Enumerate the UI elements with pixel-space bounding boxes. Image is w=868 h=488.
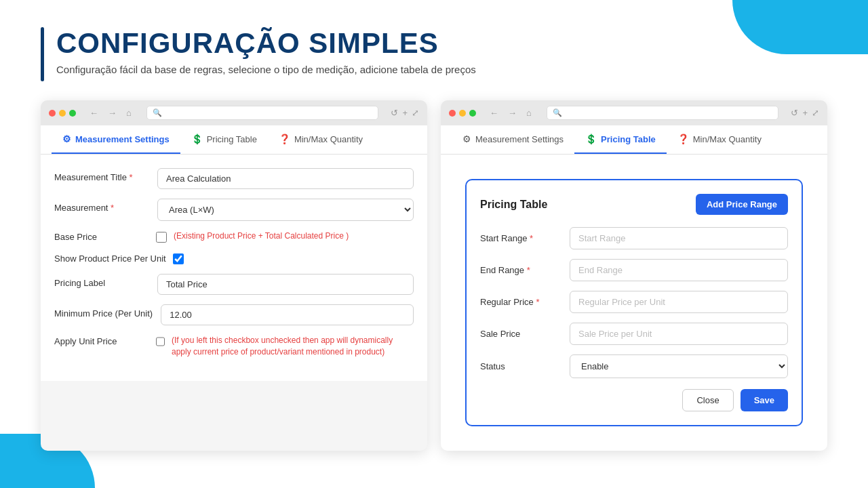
question-icon: ❓: [279, 134, 290, 144]
show-product-price-checkbox[interactable]: [173, 253, 184, 264]
pricing-label-label: Pricing Label: [54, 274, 149, 288]
left-browser-nav: ← → ⌂: [87, 106, 134, 119]
pricing-icon-r: 💲: [585, 134, 597, 144]
end-range-label: End Range *: [480, 265, 561, 275]
header-text: CONFIGURAÇÃO SIMPLES Configuração fácil …: [56, 27, 476, 75]
pricing-panel-header: Pricing Table Add Price Range: [480, 194, 788, 215]
measurement-title-input[interactable]: [157, 168, 414, 189]
right-browser-search: 🔍: [547, 106, 779, 120]
end-range-row: End Range *: [480, 259, 788, 281]
apply-unit-price-row: Apply Unit Price (If you left this check…: [54, 335, 414, 358]
page-heading: CONFIGURAÇÃO SIMPLES: [56, 27, 476, 60]
pricing-label-input[interactable]: [157, 274, 414, 295]
right-tabs-bar: ⚙ Measurement Settings 💲 Pricing Table ❓…: [441, 125, 827, 155]
expand-icon[interactable]: ⤢: [412, 108, 419, 118]
tab-measurement-settings-right[interactable]: ⚙ Measurement Settings: [452, 125, 574, 154]
close-button[interactable]: Close: [682, 389, 733, 411]
forward-icon[interactable]: →: [105, 106, 119, 119]
left-panel-content: Measurement Title * Measurement * Area (…: [41, 155, 427, 381]
start-range-row: Start Range *: [480, 227, 788, 249]
required-star: *: [130, 172, 133, 182]
expand-icon-r[interactable]: ⤢: [812, 108, 819, 118]
left-tabs-bar: ⚙ Measurement Settings 💲 Pricing Table ❓…: [41, 125, 427, 155]
maximize-dot-r[interactable]: [469, 110, 476, 117]
right-browser-bar: ← → ⌂ 🔍 ↺ + ⤢: [441, 100, 827, 125]
apply-unit-price-label: Apply Unit Price: [54, 335, 149, 346]
plus-icon-r[interactable]: +: [802, 108, 808, 118]
measurement-title-label: Measurement Title *: [54, 168, 149, 182]
pricing-actions: Close Save: [480, 389, 788, 411]
home-icon[interactable]: ⌂: [123, 106, 134, 119]
required-star-2: *: [111, 203, 114, 213]
tab-label: Pricing Table: [207, 134, 257, 144]
left-browser-actions: ↺ + ⤢: [391, 108, 419, 118]
sale-price-label: Sale Price: [480, 329, 561, 339]
save-button[interactable]: Save: [741, 389, 788, 411]
accent-bar: [41, 27, 44, 81]
base-price-row: Base Price (Existing Product Price + Tot…: [54, 230, 414, 243]
right-panel-content: Pricing Table Add Price Range Start Rang…: [441, 155, 827, 451]
add-price-range-button[interactable]: Add Price Range: [696, 194, 788, 215]
close-dot[interactable]: [49, 110, 56, 117]
sale-price-input[interactable]: [570, 323, 788, 345]
pricing-panel: Pricing Table Add Price Range Start Rang…: [465, 179, 803, 426]
reload-icon[interactable]: ↺: [391, 108, 398, 118]
right-browser-window: ← → ⌂ 🔍 ↺ + ⤢ ⚙ Measurement Settings: [441, 100, 827, 451]
measurement-select[interactable]: Area (L×W) Length Width: [157, 199, 414, 221]
base-price-right: (Existing Product Price + Total Calculat…: [156, 230, 349, 243]
tab-minmax-left[interactable]: ❓ Min/Max Quantity: [268, 125, 374, 154]
right-browser-dots: [449, 110, 476, 117]
back-icon[interactable]: ←: [87, 106, 101, 119]
apply-unit-price-right: (If you left this checkbox unchecked the…: [156, 335, 414, 358]
minimum-price-label: Minimum Price (Per Unit): [54, 304, 153, 319]
tab-label: Pricing Table: [601, 134, 656, 144]
tab-label: Measurement Settings: [475, 134, 564, 144]
gear-icon-r: ⚙: [462, 134, 471, 144]
base-price-checkbox[interactable]: [156, 232, 167, 243]
search-icon: 🔍: [153, 108, 162, 117]
status-label: Status: [480, 361, 561, 371]
tab-minmax-right[interactable]: ❓ Min/Max Quantity: [667, 125, 772, 154]
apply-unit-price-desc: (If you left this checkbox unchecked the…: [172, 335, 414, 358]
left-browser-search: 🔍: [146, 106, 379, 120]
apply-unit-price-checkbox[interactable]: [156, 336, 165, 347]
reload-icon-r[interactable]: ↺: [791, 108, 798, 118]
show-product-price-right: [173, 252, 184, 264]
minimize-dot-r[interactable]: [459, 110, 466, 117]
search-icon-r: 🔍: [553, 108, 562, 117]
tab-pricing-table-right[interactable]: 💲 Pricing Table: [574, 125, 667, 154]
plus-icon[interactable]: +: [402, 108, 408, 118]
start-range-label: Start Range *: [480, 233, 561, 243]
pricing-label-row: Pricing Label: [54, 274, 414, 295]
left-browser-dots: [49, 110, 76, 117]
status-select[interactable]: Enable Disable: [570, 354, 788, 378]
tab-label: Min/Max Quantity: [693, 134, 762, 144]
status-row: Status Enable Disable: [480, 354, 788, 378]
page-subheading: Configuração fácil da base de regras, se…: [56, 64, 476, 75]
regular-price-label: Regular Price *: [480, 297, 561, 307]
measurement-title-row: Measurement Title *: [54, 168, 414, 189]
home-icon-r[interactable]: ⌂: [524, 106, 534, 119]
right-browser-actions: ↺ + ⤢: [791, 108, 819, 118]
regular-price-input[interactable]: [570, 291, 788, 313]
minimize-dot[interactable]: [59, 110, 66, 117]
pricing-panel-title: Pricing Table: [480, 199, 547, 211]
tab-label: Min/Max Quantity: [294, 134, 363, 144]
regular-price-row: Regular Price *: [480, 291, 788, 313]
header-section: CONFIGURAÇÃO SIMPLES Configuração fácil …: [41, 27, 827, 81]
base-price-label: Base Price: [54, 230, 149, 242]
measurement-label: Measurement *: [54, 199, 149, 213]
base-price-desc: (Existing Product Price + Total Calculat…: [174, 230, 349, 242]
maximize-dot[interactable]: [69, 110, 76, 117]
close-dot-r[interactable]: [449, 110, 456, 117]
measurement-row: Measurement * Area (L×W) Length Width: [54, 199, 414, 221]
end-range-input[interactable]: [570, 259, 788, 281]
minimum-price-input[interactable]: [161, 304, 414, 325]
left-browser-window: ← → ⌂ 🔍 ↺ + ⤢ ⚙ Measurement Settings: [41, 100, 427, 451]
forward-icon-r[interactable]: →: [505, 106, 519, 119]
back-icon-r[interactable]: ←: [487, 106, 501, 119]
tab-pricing-table-left[interactable]: 💲 Pricing Table: [180, 125, 268, 154]
tab-measurement-settings-left[interactable]: ⚙ Measurement Settings: [52, 125, 180, 154]
start-range-input[interactable]: [570, 227, 788, 249]
left-browser-bar: ← → ⌂ 🔍 ↺ + ⤢: [41, 100, 427, 125]
